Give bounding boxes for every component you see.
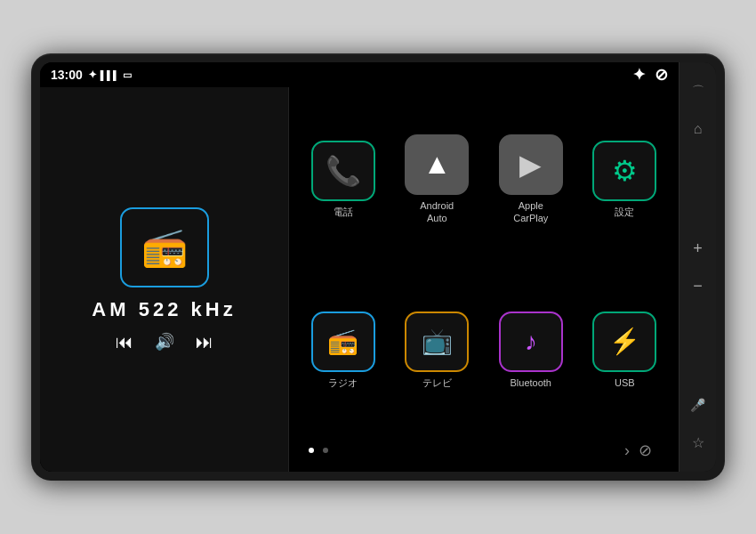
android-icon-box: ▲ xyxy=(405,134,469,195)
phone-label: 電話 xyxy=(334,206,353,218)
no-icon: ⊘ xyxy=(639,441,652,460)
carplay-label: AppleCarPlay xyxy=(513,199,548,225)
app-bluetooth[interactable]: ♪ Bluetooth xyxy=(487,271,575,429)
usb-icon-box: ⚡ xyxy=(592,312,656,372)
next-page-button[interactable]: › xyxy=(624,441,630,460)
no-signal-header-icon: ⊘ xyxy=(655,65,668,85)
phone-icon-box: 📞 xyxy=(311,141,375,201)
volume-button[interactable]: 🔊 xyxy=(155,332,174,352)
clock: 13:00 xyxy=(51,68,83,82)
mic-button[interactable]: 🎤 xyxy=(682,389,714,421)
carplay-icon-box: ▶ xyxy=(499,134,563,195)
radio-controls: ⏮ 🔊 ⏭ xyxy=(116,332,213,352)
apps-panel: 📞 電話 ▲ AndroidAuto xyxy=(289,87,679,472)
radio-label: ラジオ xyxy=(328,376,358,389)
usb-label: USB xyxy=(615,376,635,389)
radio-icon-box: 📻 xyxy=(120,207,209,287)
app-carplay[interactable]: ▶ AppleCarPlay xyxy=(487,94,575,264)
app-tv[interactable]: 📺 テレビ xyxy=(394,271,481,429)
favorite-button[interactable]: ☆ xyxy=(682,426,714,458)
phone-icon: 📞 xyxy=(326,154,361,188)
settings-icon-box: ⚙ xyxy=(592,141,656,201)
android-label: AndroidAuto xyxy=(420,199,454,225)
main-content: 📻 AM 522 kHz ⏮ 🔊 ⏭ � xyxy=(40,87,679,472)
android-icon: ▲ xyxy=(422,148,451,181)
radio-icon: 📻 xyxy=(141,225,188,269)
tv-icon: 📺 xyxy=(422,327,453,356)
bottom-bar: › ⊘ xyxy=(300,436,668,465)
next-button[interactable]: ⏭ xyxy=(196,332,213,352)
app-phone[interactable]: 📞 電話 xyxy=(300,94,387,264)
settings-icon: ⚙ xyxy=(612,154,638,188)
back-button[interactable]: ⌒ xyxy=(682,76,714,108)
radio-frequency: AM 522 kHz xyxy=(92,298,236,321)
header-right-icons: ✦ ⊘ xyxy=(632,65,668,85)
settings-label: 設定 xyxy=(615,206,634,218)
volume-down-button[interactable]: − xyxy=(682,270,714,302)
radio-app-icon: 📻 xyxy=(327,327,358,356)
now-playing-panel: 📻 AM 522 kHz ⏮ 🔊 ⏭ xyxy=(40,87,289,472)
battery-icon: ▭ xyxy=(123,69,132,81)
page-dot-1 xyxy=(309,448,314,453)
side-panel: ⌒ ⌂ + − 🎤 ☆ xyxy=(679,62,716,472)
status-bar: 13:00 ✦ ▌▌▌ ▭ ✦ ⊘ xyxy=(40,62,679,87)
app-radio[interactable]: 📻 ラジオ xyxy=(300,271,387,429)
signal-icon: ▌▌▌ xyxy=(101,70,119,80)
bluetooth-app-icon: ♪ xyxy=(525,328,537,356)
page-dot-2 xyxy=(323,448,328,453)
usb-icon: ⚡ xyxy=(609,327,640,356)
radio-app-icon-box: 📻 xyxy=(311,312,375,372)
app-settings[interactable]: ⚙ 設定 xyxy=(582,94,669,264)
tv-icon-box: 📺 xyxy=(405,312,469,372)
volume-up-button[interactable]: + xyxy=(682,232,714,264)
app-usb[interactable]: ⚡ USB xyxy=(582,271,669,429)
bluetooth-label: Bluetooth xyxy=(511,376,551,389)
prev-button[interactable]: ⏮ xyxy=(116,332,133,352)
device-inner: 13:00 ✦ ▌▌▌ ▭ ✦ ⊘ 📻 AM 522 xyxy=(40,62,716,472)
carplay-icon: ▶ xyxy=(519,148,542,182)
app-android-auto[interactable]: ▲ AndroidAuto xyxy=(394,94,481,264)
bluetooth-icon-box: ♪ xyxy=(499,312,563,372)
bluetooth-header-icon: ✦ xyxy=(632,65,646,85)
tv-label: テレビ xyxy=(422,376,452,389)
screen: 13:00 ✦ ▌▌▌ ▭ ✦ ⊘ 📻 AM 522 xyxy=(40,62,679,472)
status-icons: ✦ ▌▌▌ ▭ xyxy=(88,69,132,81)
bluetooth-status-icon: ✦ xyxy=(88,69,97,81)
home-button[interactable]: ⌂ xyxy=(682,113,714,145)
apps-grid: 📞 電話 ▲ AndroidAuto xyxy=(300,94,668,429)
device-outer: 13:00 ✦ ▌▌▌ ▭ ✦ ⊘ 📻 AM 522 xyxy=(31,53,725,481)
